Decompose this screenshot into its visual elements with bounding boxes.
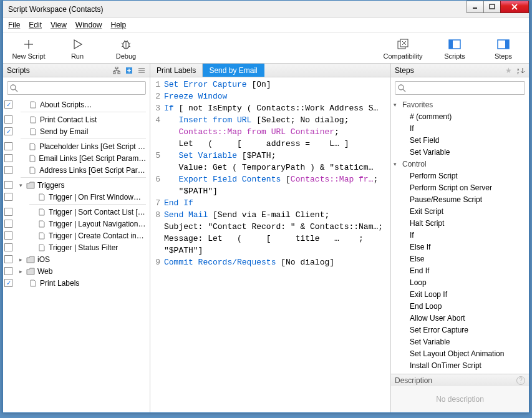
checkbox[interactable]: [4, 193, 12, 201]
script-item-email-links[interactable]: Email Links [Get Script Paramet…: [3, 152, 150, 164]
step-item[interactable]: Halt Script: [391, 217, 529, 229]
scripts-pane-button[interactable]: Scripts: [433, 37, 476, 60]
script-icon: [37, 231, 46, 240]
step-item[interactable]: Pause/Resume Script: [391, 193, 529, 205]
script-trigger-layout[interactable]: Trigger | Layout Navigation…: [3, 218, 150, 230]
hierarchy-icon[interactable]: [112, 66, 121, 75]
compatibility-button[interactable]: Compatibility: [378, 37, 428, 60]
checkbox[interactable]: [4, 255, 12, 263]
run-button[interactable]: Run: [56, 37, 99, 60]
expand-icon[interactable]: ▾: [17, 182, 24, 188]
checkbox[interactable]: [4, 243, 12, 251]
script-trigger-sort[interactable]: Trigger | Sort Contact List […: [3, 206, 150, 218]
checkbox[interactable]: [4, 267, 12, 275]
folder-ios[interactable]: ▸iOS: [3, 253, 150, 265]
step-item[interactable]: # (comment): [391, 110, 529, 122]
minimize-button[interactable]: [467, 1, 484, 13]
script-icon: [28, 142, 37, 151]
checkbox[interactable]: ✓: [4, 279, 12, 287]
menu-window[interactable]: Window: [75, 21, 102, 29]
code-editor[interactable]: 1Set Error Capture [On] 2Freeze Window 3…: [150, 77, 390, 412]
step-item[interactable]: Set Field: [391, 134, 529, 146]
script-item-send-email[interactable]: ✓Send by Email: [3, 125, 150, 137]
step-item[interactable]: End Loop: [391, 300, 529, 312]
step-item[interactable]: Loop: [391, 276, 529, 288]
scripts-tree: ✓About Scripts… Print Contact List ✓Send…: [3, 99, 150, 412]
step-item[interactable]: Exit Script: [391, 205, 529, 217]
debug-button[interactable]: Debug: [104, 37, 148, 60]
script-item-print-contact[interactable]: Print Contact List: [3, 114, 150, 125]
expand-icon[interactable]: ▸: [17, 268, 24, 275]
favorite-icon[interactable]: ★: [504, 66, 513, 75]
folder-icon: [26, 267, 35, 276]
checkbox[interactable]: [4, 142, 12, 150]
script-item-address-links[interactable]: Address Links [Get Script Para…: [3, 164, 150, 176]
main-window: Script Workspace (Contacts) File Edit Vi…: [2, 0, 530, 413]
script-icon: [37, 220, 46, 228]
window-title: Script Workspace (Contacts): [8, 5, 104, 14]
step-item[interactable]: Else If: [391, 241, 529, 253]
help-icon[interactable]: ?: [516, 376, 525, 385]
scripts-panel-header: Scripts: [3, 64, 150, 77]
step-item[interactable]: Exit Loop If: [391, 288, 529, 300]
step-item[interactable]: Set Variable: [391, 146, 529, 158]
checkbox[interactable]: [4, 208, 12, 216]
tab-send-by-email[interactable]: Send by Email: [203, 64, 264, 77]
checkbox[interactable]: [4, 154, 12, 162]
group-control[interactable]: Control: [391, 158, 529, 170]
checkbox[interactable]: ✓: [4, 127, 12, 135]
close-button[interactable]: [500, 1, 529, 13]
menu-view[interactable]: View: [51, 21, 67, 29]
menu-file[interactable]: File: [8, 21, 20, 29]
list-menu-icon[interactable]: [137, 66, 146, 75]
svg-line-42: [403, 89, 405, 92]
svg-point-36: [11, 85, 16, 90]
step-item[interactable]: Install OnTimer Script: [391, 359, 529, 371]
search-icon: [9, 84, 18, 92]
svg-marker-6: [74, 40, 82, 49]
group-favorites[interactable]: Favorites: [391, 99, 529, 110]
steps-search-input[interactable]: [395, 81, 525, 95]
step-item[interactable]: End If: [391, 265, 529, 276]
checkbox[interactable]: [4, 115, 12, 124]
step-item[interactable]: Else: [391, 253, 529, 265]
sort-icon[interactable]: az: [516, 66, 525, 75]
description-body: No description: [391, 386, 529, 412]
script-item-about[interactable]: ✓About Scripts…: [3, 99, 150, 110]
step-item[interactable]: If: [391, 229, 529, 241]
scripts-search-input[interactable]: [7, 81, 146, 95]
svg-rect-23: [115, 67, 118, 69]
new-item-icon[interactable]: [125, 66, 133, 75]
expand-icon[interactable]: ▸: [17, 256, 24, 263]
menu-edit[interactable]: Edit: [29, 21, 42, 29]
script-icon: [29, 127, 37, 136]
script-trigger-first-window[interactable]: Trigger | On First Window…: [3, 191, 150, 203]
script-item-print-labels[interactable]: ✓Print Labels: [3, 277, 150, 289]
step-item[interactable]: Allow User Abort: [391, 312, 529, 324]
menu-help[interactable]: Help: [111, 21, 127, 29]
script-trigger-status[interactable]: Trigger | Status Filter: [3, 241, 150, 253]
step-item[interactable]: Set Error Capture: [391, 324, 529, 336]
checkbox[interactable]: ✓: [4, 100, 12, 109]
checkbox[interactable]: [4, 166, 12, 174]
step-item[interactable]: Set Variable: [391, 336, 529, 348]
new-script-button[interactable]: New Script: [7, 37, 51, 60]
compatibility-icon: [396, 37, 410, 51]
folder-icon: [26, 181, 35, 190]
step-item[interactable]: If: [391, 122, 529, 134]
steps-pane-button[interactable]: Steps: [481, 37, 525, 60]
checkbox[interactable]: [4, 181, 12, 189]
folder-triggers[interactable]: ▾Triggers: [3, 179, 150, 191]
checkbox[interactable]: [4, 220, 12, 228]
folder-web[interactable]: ▸Web: [3, 265, 150, 277]
step-item[interactable]: Set Layout Object Animation: [391, 348, 529, 359]
script-item-placeholder[interactable]: Placeholder Links [Get Script P…: [3, 140, 150, 152]
maximize-button[interactable]: [483, 1, 501, 13]
tab-print-labels[interactable]: Print Labels: [150, 64, 203, 77]
scripts-search: [7, 81, 146, 95]
step-item[interactable]: Perform Script: [391, 170, 529, 182]
step-item[interactable]: Perform Script on Server: [391, 182, 529, 193]
script-trigger-create[interactable]: Trigger | Create Contact in…: [3, 230, 150, 241]
script-icon: [29, 115, 37, 124]
checkbox[interactable]: [4, 231, 12, 240]
